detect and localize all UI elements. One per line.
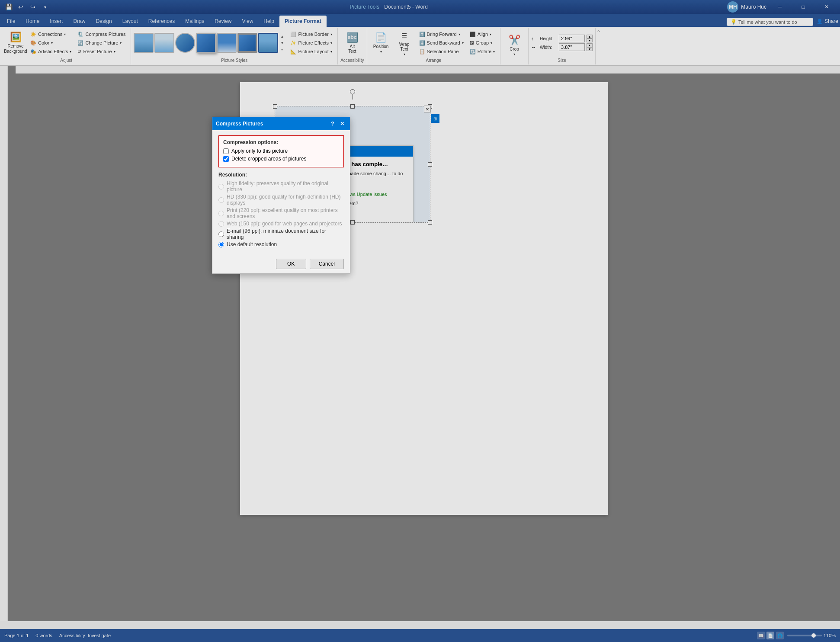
resolution-email-label: E-mail (96 ppi): minimize document size … [227, 228, 344, 240]
resolution-section: Resolution: High fidelity: preserves qua… [218, 172, 344, 247]
resolution-high-radio [218, 184, 224, 189]
dialog-help-btn[interactable]: ? [328, 120, 337, 128]
compression-options-label: Compression options: [223, 139, 339, 145]
resolution-default-label: Use default resolution [227, 241, 277, 247]
resolution-web-row: Web (150 ppi): good for web pages and pr… [218, 221, 344, 227]
resolution-label: Resolution: [218, 172, 344, 178]
delete-cropped-label: Delete cropped areas of pictures [231, 156, 306, 162]
resolution-hd-radio [218, 197, 224, 203]
compress-dialog: Compress Pictures ? ✕ Compression option… [212, 117, 350, 274]
resolution-hd-row: HD (330 ppi): good quality for high-defi… [218, 194, 344, 206]
apply-only-row: Apply only to this picture [223, 148, 339, 154]
ok-btn[interactable]: OK [276, 259, 306, 269]
resolution-print-label: Print (220 ppi): excellent quality on mo… [227, 207, 344, 219]
resolution-default-radio[interactable] [218, 242, 224, 247]
resolution-email-row: E-mail (96 ppi): minimize document size … [218, 228, 344, 240]
cancel-btn[interactable]: Cancel [310, 259, 344, 269]
delete-cropped-row: Delete cropped areas of pictures [223, 156, 339, 162]
resolution-web-radio [218, 221, 224, 227]
apply-only-checkbox[interactable] [223, 148, 229, 154]
compression-options-section: Compression options: Apply only to this … [218, 135, 344, 167]
dialog-body: Compression options: Apply only to this … [212, 130, 350, 256]
dialog-title-btns: ? ✕ [328, 120, 346, 128]
resolution-web-label: Web (150 ppi): good for web pages and pr… [227, 221, 342, 227]
apply-only-label: Apply only to this picture [231, 148, 288, 154]
resolution-high-label: High fidelity: preserves quality of the … [227, 180, 344, 193]
resolution-high-row: High fidelity: preserves quality of the … [218, 180, 344, 193]
delete-cropped-checkbox[interactable] [223, 156, 229, 162]
resolution-print-row: Print (220 ppi): excellent quality on mo… [218, 207, 344, 219]
resolution-email-radio[interactable] [218, 231, 224, 237]
modal-overlay: Compress Pictures ? ✕ Compression option… [0, 0, 840, 642]
dialog-title: Compress Pictures [216, 121, 263, 127]
resolution-print-radio [218, 211, 224, 216]
dialog-buttons: OK Cancel [212, 256, 350, 273]
dialog-titlebar: Compress Pictures ? ✕ [212, 117, 350, 130]
resolution-hd-label: HD (330 ppi): good quality for high-defi… [227, 194, 344, 206]
dialog-close-btn[interactable]: ✕ [338, 120, 346, 128]
resolution-default-row: Use default resolution [218, 241, 344, 247]
